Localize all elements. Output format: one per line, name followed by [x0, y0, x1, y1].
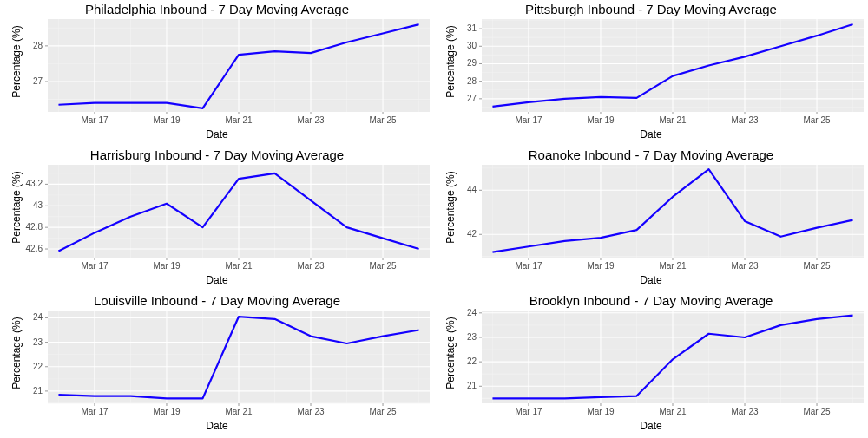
x-tick-label: Mar 21	[659, 115, 687, 125]
y-axis-label: Percentage (%)	[444, 18, 457, 105]
x-tick-label: Mar 23	[297, 261, 325, 271]
y-tick-label: 42	[467, 229, 477, 239]
y-tick-label: 43	[33, 200, 43, 210]
plot-panel: Mar 17Mar 19Mar 21Mar 23Mar 2521222324	[482, 311, 864, 403]
y-tick-label: 21	[33, 386, 43, 396]
x-tick-label: Mar 19	[587, 261, 615, 271]
chart-cell: Philadelphia Inbound - 7 Day Moving Aver…	[0, 0, 434, 146]
x-tick-label: Mar 17	[515, 115, 542, 125]
y-tick-label: 31	[467, 23, 477, 33]
x-axis-label: Date	[0, 420, 434, 432]
x-tick-label: Mar 19	[587, 407, 615, 416]
y-axis-label: Percentage (%)	[10, 164, 23, 251]
x-tick-label: Mar 25	[803, 115, 831, 125]
plot-panel: Mar 17Mar 19Mar 21Mar 23Mar 2521222324	[48, 311, 430, 403]
y-tick-label: 30	[467, 41, 477, 50]
chart-cell: Pittsburgh Inbound - 7 Day Moving Averag…	[434, 0, 868, 146]
chart-title: Philadelphia Inbound - 7 Day Moving Aver…	[0, 2, 434, 16]
chart-grid: Philadelphia Inbound - 7 Day Moving Aver…	[0, 0, 868, 438]
y-tick-label: 22	[33, 362, 43, 371]
x-tick-label: Mar 21	[659, 407, 687, 416]
y-tick-label: 22	[467, 356, 477, 366]
x-tick-label: Mar 17	[81, 115, 108, 125]
x-axis-label: Date	[434, 128, 868, 141]
x-tick-label: Mar 17	[81, 407, 108, 416]
x-tick-label: Mar 21	[659, 261, 687, 271]
x-tick-label: Mar 17	[515, 261, 542, 271]
chart-cell: Roanoke Inbound - 7 Day Moving AveragePe…	[434, 146, 868, 291]
y-axis-label: Percentage (%)	[444, 310, 457, 396]
plot-panel: Mar 17Mar 19Mar 21Mar 23Mar 2542.642.843…	[48, 165, 430, 258]
plot-panel: Mar 17Mar 19Mar 21Mar 23Mar 252728	[48, 19, 430, 112]
chart-title: Harrisburg Inbound - 7 Day Moving Averag…	[0, 147, 434, 162]
y-tick-label: 27	[33, 76, 43, 86]
y-tick-label: 42.6	[26, 244, 43, 253]
x-tick-label: Mar 25	[369, 407, 397, 416]
chart-cell: Harrisburg Inbound - 7 Day Moving Averag…	[0, 146, 434, 291]
chart-cell: Brooklyn Inbound - 7 Day Moving AverageP…	[434, 291, 868, 437]
y-tick-label: 24	[33, 312, 43, 322]
x-tick-label: Mar 21	[225, 261, 253, 271]
x-axis-label: Date	[434, 420, 868, 432]
chart-title: Brooklyn Inbound - 7 Day Moving Average	[434, 293, 868, 308]
x-tick-label: Mar 23	[731, 115, 759, 125]
x-tick-label: Mar 23	[297, 115, 325, 125]
chart-cell: Louisville Inbound - 7 Day Moving Averag…	[0, 291, 434, 437]
y-tick-label: 24	[467, 308, 477, 317]
y-tick-label: 43.2	[26, 179, 43, 188]
x-tick-label: Mar 21	[225, 407, 253, 416]
x-tick-label: Mar 25	[803, 407, 831, 416]
x-axis-label: Date	[434, 274, 868, 286]
x-axis-label: Date	[0, 128, 434, 141]
plot-panel: Mar 17Mar 19Mar 21Mar 23Mar 254244	[482, 165, 864, 258]
plot-panel: Mar 17Mar 19Mar 21Mar 23Mar 252728293031	[482, 19, 864, 112]
x-tick-label: Mar 25	[369, 261, 397, 271]
x-tick-label: Mar 23	[731, 407, 759, 416]
x-tick-label: Mar 19	[587, 115, 615, 125]
chart-title: Pittsburgh Inbound - 7 Day Moving Averag…	[434, 2, 868, 16]
y-tick-label: 29	[467, 58, 477, 68]
y-tick-label: 23	[33, 337, 43, 347]
x-tick-label: Mar 17	[515, 407, 542, 416]
x-tick-label: Mar 19	[153, 115, 181, 125]
y-axis-label: Percentage (%)	[10, 310, 23, 396]
x-tick-label: Mar 25	[803, 261, 831, 271]
y-tick-label: 27	[467, 94, 477, 103]
x-tick-label: Mar 25	[369, 115, 397, 125]
chart-title: Roanoke Inbound - 7 Day Moving Average	[434, 147, 868, 162]
y-tick-label: 44	[467, 185, 477, 194]
x-tick-label: Mar 23	[297, 407, 325, 416]
y-tick-label: 23	[467, 332, 477, 342]
y-tick-label: 42.8	[26, 222, 43, 232]
x-tick-label: Mar 17	[81, 261, 108, 271]
y-axis-label: Percentage (%)	[10, 18, 23, 105]
chart-title: Louisville Inbound - 7 Day Moving Averag…	[0, 293, 434, 308]
x-tick-label: Mar 19	[153, 407, 181, 416]
y-tick-label: 21	[467, 381, 477, 390]
y-tick-label: 28	[467, 76, 477, 86]
x-tick-label: Mar 21	[225, 115, 253, 125]
x-tick-label: Mar 23	[731, 261, 759, 271]
y-axis-label: Percentage (%)	[444, 164, 457, 251]
x-axis-label: Date	[0, 274, 434, 286]
x-tick-label: Mar 19	[153, 261, 181, 271]
y-tick-label: 28	[33, 41, 43, 50]
